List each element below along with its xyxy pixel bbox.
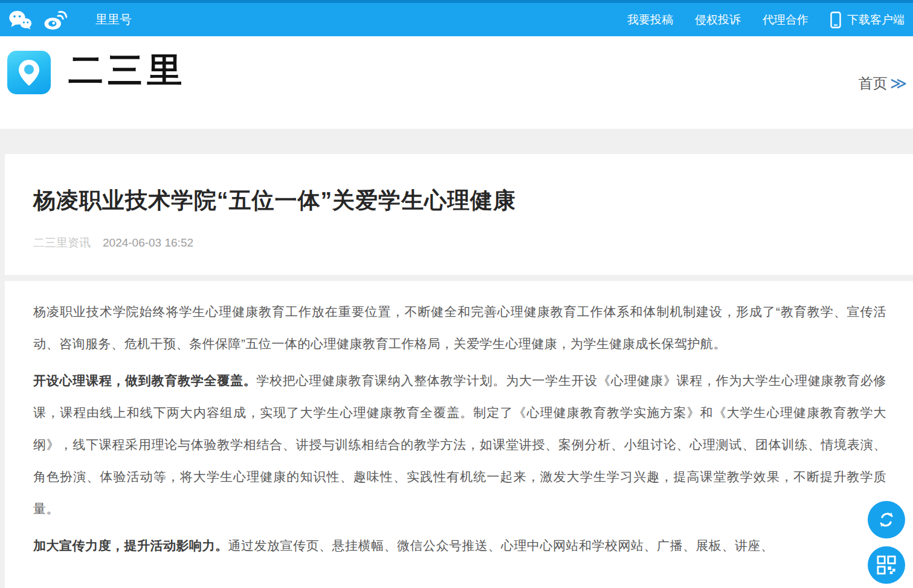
site-logo[interactable] bbox=[7, 51, 51, 94]
weibo-icon[interactable] bbox=[44, 8, 68, 31]
topbar-link-complaint[interactable]: 侵权投诉 bbox=[695, 12, 741, 28]
home-nav-label: 首页 bbox=[859, 74, 888, 93]
phone-icon bbox=[830, 11, 841, 28]
article-title: 杨凌职业技术学院“五位一体”关爱学生心理健康 bbox=[33, 186, 886, 216]
site-header: 二三里 首页 ≫ bbox=[0, 36, 913, 129]
double-chevron-right-icon: ≫ bbox=[890, 74, 907, 93]
topbar-accent-strip bbox=[0, 0, 913, 3]
paragraph-lead: 开设心理课程，做到教育教学全覆盖。 bbox=[33, 373, 256, 387]
site-logo-text: 二三里 bbox=[68, 47, 186, 94]
article-paragraph: 开设心理课程，做到教育教学全覆盖。学校把心理健康教育课纳入整体教学计划。为大一学… bbox=[33, 364, 886, 525]
article-paragraph: 杨凌职业技术学院始终将学生心理健康教育工作放在重要位置，不断健全和完善心理健康教… bbox=[33, 296, 886, 360]
wechat-icon[interactable] bbox=[8, 8, 33, 31]
article-source: 二三里资讯 bbox=[33, 235, 91, 251]
topbar: 里里号 我要投稿 侵权投诉 代理合作 下载客户端 bbox=[0, 0, 913, 36]
paragraph-text: 通过发放宣传页、悬挂横幅、微信公众号推送、心理中心网站和学校网站、广播、展板、讲… bbox=[228, 538, 774, 552]
article-datetime: 2024-06-03 16:52 bbox=[103, 236, 193, 250]
topbar-home-link[interactable]: 里里号 bbox=[95, 11, 132, 28]
paragraph-text: 学校把心理健康教育课纳入整体教学计划。为大一学生开设《心理健康》课程，作为大学生… bbox=[33, 373, 886, 515]
refresh-icon bbox=[876, 509, 897, 530]
paragraph-lead: 加大宣传力度，提升活动影响力。 bbox=[33, 538, 228, 552]
location-pin-icon bbox=[15, 57, 43, 88]
qr-code-button[interactable] bbox=[868, 546, 905, 584]
home-nav-link[interactable]: 首页 ≫ bbox=[859, 74, 907, 93]
paragraph-text: 杨凌职业技术学院始终将学生心理健康教育工作放在重要位置，不断健全和完善心理健康教… bbox=[33, 305, 886, 351]
article-title-card: 杨凌职业技术学院“五位一体”关爱学生心理健康 二三里资讯 2024-06-03 … bbox=[5, 154, 913, 275]
topbar-link-download[interactable]: 下载客户端 bbox=[830, 11, 905, 28]
topbar-link-agency[interactable]: 代理合作 bbox=[763, 12, 808, 28]
article-body-card: 杨凌职业技术学院始终将学生心理健康教育工作放在重要位置，不断健全和完善心理健康教… bbox=[5, 281, 913, 588]
article-paragraph: 加大宣传力度，提升活动影响力。通过发放宣传页、悬挂横幅、微信公众号推送、心理中心… bbox=[33, 529, 886, 561]
article-byline: 二三里资讯 2024-06-03 16:52 bbox=[33, 235, 886, 251]
qr-code-icon bbox=[877, 555, 896, 575]
topbar-link-submit[interactable]: 我要投稿 bbox=[627, 12, 673, 28]
refresh-button[interactable] bbox=[868, 501, 905, 538]
